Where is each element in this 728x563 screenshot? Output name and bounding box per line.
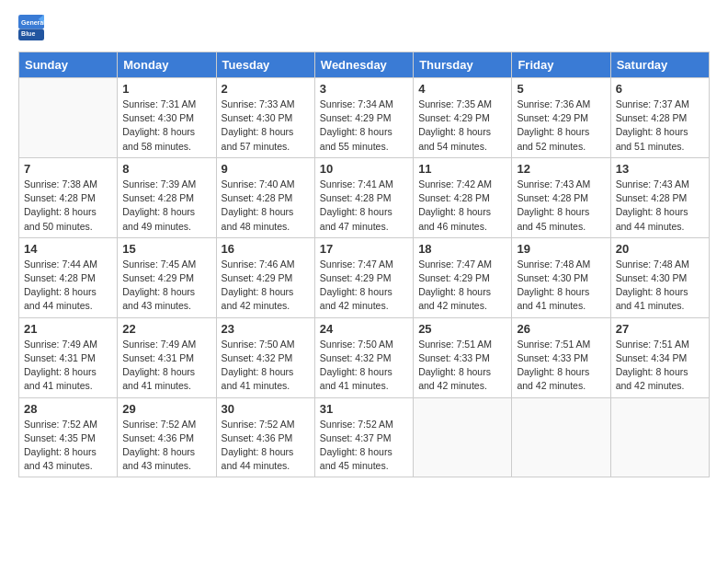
cell-info-text: Sunrise: 7:52 AM Sunset: 4:35 PM Dayligh… xyxy=(24,418,112,474)
cell-day-number: 11 xyxy=(418,162,506,176)
calendar-cell: 13Sunrise: 7:43 AM Sunset: 4:28 PM Dayli… xyxy=(610,157,709,237)
calendar-cell: 7Sunrise: 7:38 AM Sunset: 4:28 PM Daylig… xyxy=(19,157,118,237)
svg-text:General: General xyxy=(21,19,44,26)
cell-day-number: 14 xyxy=(24,242,112,256)
cell-info-text: Sunrise: 7:50 AM Sunset: 4:32 PM Dayligh… xyxy=(320,338,408,394)
week-row-5: 28Sunrise: 7:52 AM Sunset: 4:35 PM Dayli… xyxy=(19,397,710,477)
cell-info-text: Sunrise: 7:45 AM Sunset: 4:29 PM Dayligh… xyxy=(122,258,210,314)
cell-info-text: Sunrise: 7:35 AM Sunset: 4:29 PM Dayligh… xyxy=(418,98,506,154)
cell-day-number: 4 xyxy=(418,82,506,96)
calendar-cell xyxy=(414,397,512,477)
cell-info-text: Sunrise: 7:52 AM Sunset: 4:36 PM Dayligh… xyxy=(122,418,210,474)
calendar-cell: 17Sunrise: 7:47 AM Sunset: 4:29 PM Dayli… xyxy=(314,237,413,317)
cell-info-text: Sunrise: 7:31 AM Sunset: 4:30 PM Dayligh… xyxy=(122,98,210,154)
calendar-cell: 20Sunrise: 7:48 AM Sunset: 4:30 PM Dayli… xyxy=(610,237,709,317)
cell-info-text: Sunrise: 7:50 AM Sunset: 4:32 PM Dayligh… xyxy=(222,338,310,394)
cell-info-text: Sunrise: 7:38 AM Sunset: 4:28 PM Dayligh… xyxy=(24,178,112,234)
cell-info-text: Sunrise: 7:52 AM Sunset: 4:37 PM Dayligh… xyxy=(320,418,408,474)
cell-day-number: 22 xyxy=(122,322,210,336)
cell-day-number: 19 xyxy=(517,242,605,256)
calendar-cell: 29Sunrise: 7:52 AM Sunset: 4:36 PM Dayli… xyxy=(118,397,216,477)
cell-day-number: 21 xyxy=(24,322,112,336)
week-row-3: 14Sunrise: 7:44 AM Sunset: 4:28 PM Dayli… xyxy=(19,237,710,317)
calendar-cell xyxy=(19,78,118,158)
cell-day-number: 23 xyxy=(222,322,310,336)
calendar-cell: 11Sunrise: 7:42 AM Sunset: 4:28 PM Dayli… xyxy=(414,157,512,237)
cell-info-text: Sunrise: 7:39 AM Sunset: 4:28 PM Dayligh… xyxy=(122,178,210,234)
cell-day-number: 29 xyxy=(122,402,210,416)
cell-day-number: 15 xyxy=(122,242,210,256)
weekday-header-tuesday: Tuesday xyxy=(216,52,314,78)
calendar-cell: 10Sunrise: 7:41 AM Sunset: 4:28 PM Dayli… xyxy=(314,157,413,237)
calendar-cell: 6Sunrise: 7:37 AM Sunset: 4:28 PM Daylig… xyxy=(610,78,709,158)
calendar-cell: 2Sunrise: 7:33 AM Sunset: 4:30 PM Daylig… xyxy=(216,78,314,158)
cell-info-text: Sunrise: 7:33 AM Sunset: 4:30 PM Dayligh… xyxy=(222,98,310,154)
calendar-cell: 30Sunrise: 7:52 AM Sunset: 4:36 PM Dayli… xyxy=(216,397,314,477)
calendar-cell: 16Sunrise: 7:46 AM Sunset: 4:29 PM Dayli… xyxy=(216,237,314,317)
cell-info-text: Sunrise: 7:47 AM Sunset: 4:29 PM Dayligh… xyxy=(418,258,506,314)
calendar-cell: 14Sunrise: 7:44 AM Sunset: 4:28 PM Dayli… xyxy=(19,237,118,317)
cell-info-text: Sunrise: 7:51 AM Sunset: 4:34 PM Dayligh… xyxy=(616,338,704,394)
cell-day-number: 1 xyxy=(122,82,210,96)
cell-day-number: 30 xyxy=(222,402,310,416)
cell-info-text: Sunrise: 7:43 AM Sunset: 4:28 PM Dayligh… xyxy=(616,178,704,234)
calendar-cell: 22Sunrise: 7:49 AM Sunset: 4:31 PM Dayli… xyxy=(118,317,216,397)
cell-day-number: 16 xyxy=(222,242,310,256)
cell-info-text: Sunrise: 7:40 AM Sunset: 4:28 PM Dayligh… xyxy=(222,178,310,234)
calendar-cell: 9Sunrise: 7:40 AM Sunset: 4:28 PM Daylig… xyxy=(216,157,314,237)
cell-day-number: 17 xyxy=(320,242,408,256)
cell-day-number: 31 xyxy=(320,402,408,416)
calendar-cell: 12Sunrise: 7:43 AM Sunset: 4:28 PM Dayli… xyxy=(512,157,610,237)
page-header: General Blue xyxy=(18,15,710,40)
svg-text:Blue: Blue xyxy=(21,30,35,37)
calendar-cell: 18Sunrise: 7:47 AM Sunset: 4:29 PM Dayli… xyxy=(414,237,512,317)
cell-info-text: Sunrise: 7:49 AM Sunset: 4:31 PM Dayligh… xyxy=(122,338,210,394)
cell-day-number: 13 xyxy=(616,162,704,176)
cell-day-number: 8 xyxy=(122,162,210,176)
calendar-cell: 1Sunrise: 7:31 AM Sunset: 4:30 PM Daylig… xyxy=(118,78,216,158)
cell-info-text: Sunrise: 7:42 AM Sunset: 4:28 PM Dayligh… xyxy=(418,178,506,234)
week-row-1: 1Sunrise: 7:31 AM Sunset: 4:30 PM Daylig… xyxy=(19,78,710,158)
weekday-header-friday: Friday xyxy=(512,52,610,78)
cell-info-text: Sunrise: 7:44 AM Sunset: 4:28 PM Dayligh… xyxy=(24,258,112,314)
cell-info-text: Sunrise: 7:36 AM Sunset: 4:29 PM Dayligh… xyxy=(517,98,605,154)
cell-info-text: Sunrise: 7:37 AM Sunset: 4:28 PM Dayligh… xyxy=(616,98,704,154)
calendar-cell: 8Sunrise: 7:39 AM Sunset: 4:28 PM Daylig… xyxy=(118,157,216,237)
cell-info-text: Sunrise: 7:48 AM Sunset: 4:30 PM Dayligh… xyxy=(616,258,704,314)
week-row-2: 7Sunrise: 7:38 AM Sunset: 4:28 PM Daylig… xyxy=(19,157,710,237)
cell-day-number: 9 xyxy=(222,162,310,176)
cell-day-number: 10 xyxy=(320,162,408,176)
calendar-cell: 23Sunrise: 7:50 AM Sunset: 4:32 PM Dayli… xyxy=(216,317,314,397)
cell-info-text: Sunrise: 7:48 AM Sunset: 4:30 PM Dayligh… xyxy=(517,258,605,314)
cell-day-number: 7 xyxy=(24,162,112,176)
calendar-cell xyxy=(610,397,709,477)
cell-day-number: 3 xyxy=(320,82,408,96)
cell-day-number: 6 xyxy=(616,82,704,96)
logo: General Blue xyxy=(18,15,48,40)
calendar-cell: 3Sunrise: 7:34 AM Sunset: 4:29 PM Daylig… xyxy=(314,78,413,158)
cell-day-number: 25 xyxy=(418,322,506,336)
calendar-cell: 24Sunrise: 7:50 AM Sunset: 4:32 PM Dayli… xyxy=(314,317,413,397)
week-row-4: 21Sunrise: 7:49 AM Sunset: 4:31 PM Dayli… xyxy=(19,317,710,397)
cell-info-text: Sunrise: 7:51 AM Sunset: 4:33 PM Dayligh… xyxy=(418,338,506,394)
calendar-table: SundayMondayTuesdayWednesdayThursdayFrid… xyxy=(18,52,710,477)
cell-info-text: Sunrise: 7:47 AM Sunset: 4:29 PM Dayligh… xyxy=(320,258,408,314)
calendar-cell: 21Sunrise: 7:49 AM Sunset: 4:31 PM Dayli… xyxy=(19,317,118,397)
calendar-cell: 5Sunrise: 7:36 AM Sunset: 4:29 PM Daylig… xyxy=(512,78,610,158)
calendar-cell: 28Sunrise: 7:52 AM Sunset: 4:35 PM Dayli… xyxy=(19,397,118,477)
cell-day-number: 27 xyxy=(616,322,704,336)
cell-day-number: 5 xyxy=(517,82,605,96)
cell-day-number: 26 xyxy=(517,322,605,336)
logo-icon: General Blue xyxy=(18,15,44,40)
calendar-cell: 31Sunrise: 7:52 AM Sunset: 4:37 PM Dayli… xyxy=(314,397,413,477)
calendar-cell: 4Sunrise: 7:35 AM Sunset: 4:29 PM Daylig… xyxy=(414,78,512,158)
weekday-header-saturday: Saturday xyxy=(610,52,709,78)
calendar-cell: 25Sunrise: 7:51 AM Sunset: 4:33 PM Dayli… xyxy=(414,317,512,397)
calendar-cell: 15Sunrise: 7:45 AM Sunset: 4:29 PM Dayli… xyxy=(118,237,216,317)
cell-info-text: Sunrise: 7:43 AM Sunset: 4:28 PM Dayligh… xyxy=(517,178,605,234)
cell-info-text: Sunrise: 7:46 AM Sunset: 4:29 PM Dayligh… xyxy=(222,258,310,314)
cell-day-number: 28 xyxy=(24,402,112,416)
cell-info-text: Sunrise: 7:51 AM Sunset: 4:33 PM Dayligh… xyxy=(517,338,605,394)
calendar-cell xyxy=(512,397,610,477)
weekday-header-thursday: Thursday xyxy=(414,52,512,78)
